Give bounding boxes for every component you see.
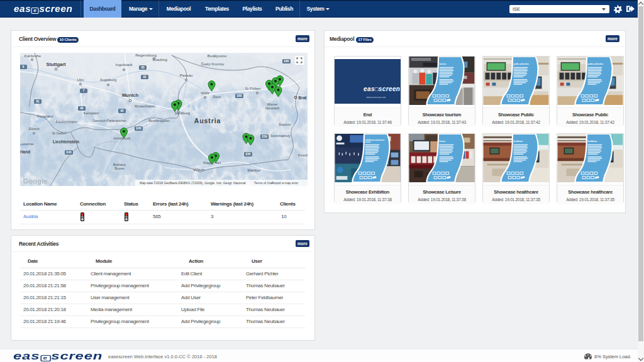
svg-text:Liechtenstein: Liechtenstein bbox=[53, 140, 79, 144]
svg-text:Neustadt: Neustadt bbox=[265, 106, 279, 110]
svg-text:healthcare: healthcare bbox=[514, 140, 523, 143]
svg-text:93: 93 bbox=[141, 66, 145, 69]
svg-text:E59: E59 bbox=[262, 135, 267, 138]
svg-text:Rosenheim: Rosenheim bbox=[135, 104, 154, 108]
svg-text:Maribor: Maribor bbox=[248, 168, 261, 172]
svg-text:7: 7 bbox=[83, 89, 85, 92]
svg-text:8: 8 bbox=[23, 65, 25, 69]
svg-text:Brat: Brat bbox=[298, 96, 307, 100]
svg-text:E55: E55 bbox=[245, 153, 251, 156]
svg-text:rland: rland bbox=[20, 150, 30, 154]
svg-text:Wels: Wels bbox=[201, 90, 209, 95]
svg-text:Konstanz: Konstanz bbox=[37, 114, 53, 118]
svg-text:95: 95 bbox=[120, 109, 124, 112]
svg-text:Map data ©2018 GeoBasis-DE/BKG: Map data ©2018 GeoBasis-DE/BKG (©2009), … bbox=[140, 181, 246, 185]
svg-text:Garmisch-Partenkirchen: Garmisch-Partenkirchen bbox=[92, 119, 126, 123]
svg-text:Munich: Munich bbox=[122, 92, 139, 98]
svg-text:E65: E65 bbox=[284, 60, 289, 63]
svg-text:Straubing: Straubing bbox=[152, 58, 167, 62]
svg-text:Report a map error: Report a map error bbox=[272, 181, 299, 185]
svg-text:Innsbruck: Innsbruck bbox=[114, 136, 131, 140]
svg-text:Villach: Villach bbox=[193, 167, 205, 172]
svg-text:eas□screen: eas□screen bbox=[364, 85, 400, 92]
svg-text:St Pölten: St Pölten bbox=[245, 86, 261, 90]
svg-text:96: 96 bbox=[80, 107, 84, 110]
svg-text:tourism: tourism bbox=[440, 63, 447, 65]
svg-text:public authorities: public authorities bbox=[514, 63, 530, 65]
svg-text:Passau: Passau bbox=[180, 73, 193, 77]
svg-text:public authorities: public authorities bbox=[588, 63, 604, 65]
svg-text:Sopron: Sopron bbox=[279, 122, 292, 126]
svg-text:Budějovice: Budějovice bbox=[208, 53, 227, 58]
svg-text:Zürich: Zürich bbox=[28, 126, 40, 131]
svg-text:Friedrichshafen: Friedrichshafen bbox=[56, 120, 78, 124]
svg-text:Ulm: Ulm bbox=[77, 77, 84, 82]
svg-text:healthcare: healthcare bbox=[588, 140, 597, 143]
svg-text:Austria: Austria bbox=[194, 117, 221, 124]
svg-text:leisure: leisure bbox=[440, 140, 446, 143]
svg-text:Lucerne: Lucerne bbox=[20, 141, 34, 146]
svg-text:81: 81 bbox=[36, 100, 40, 103]
svg-text:Szombathely: Szombathely bbox=[270, 134, 291, 138]
svg-text:Český Krumlov: Český Krumlov bbox=[201, 62, 225, 66]
svg-text:Karlsruhe: Karlsruhe bbox=[25, 53, 42, 58]
svg-text:E43: E43 bbox=[66, 151, 72, 154]
svg-text:Keszthe: Keszthe bbox=[298, 153, 308, 157]
svg-text:Berchtesgaden: Berchtesgaden bbox=[148, 119, 170, 123]
svg-text:www.easescreen.com: www.easescreen.com bbox=[366, 96, 386, 99]
svg-text:92: 92 bbox=[143, 75, 147, 79]
svg-text:E60: E60 bbox=[236, 94, 242, 97]
svg-text:Google: Google bbox=[23, 177, 48, 185]
svg-text:St Gallen: St Gallen bbox=[52, 131, 67, 135]
svg-text:Terms of Use: Terms of Use bbox=[254, 181, 273, 185]
svg-text:Regensburg: Regensburg bbox=[135, 53, 157, 57]
svg-text:Bozen: Bozen bbox=[114, 167, 125, 170]
svg-text:Ingolstadt: Ingolstadt bbox=[116, 62, 133, 67]
svg-text:center: center bbox=[365, 141, 372, 143]
svg-text:E45: E45 bbox=[136, 127, 142, 130]
svg-text:Stuttgart: Stuttgart bbox=[46, 62, 66, 67]
svg-text:Kempten: Kempten bbox=[84, 111, 99, 115]
svg-text:Steyr: Steyr bbox=[213, 95, 221, 99]
svg-text:Salzburg: Salzburg bbox=[175, 111, 191, 115]
svg-text:Augsburg: Augsburg bbox=[100, 77, 117, 82]
